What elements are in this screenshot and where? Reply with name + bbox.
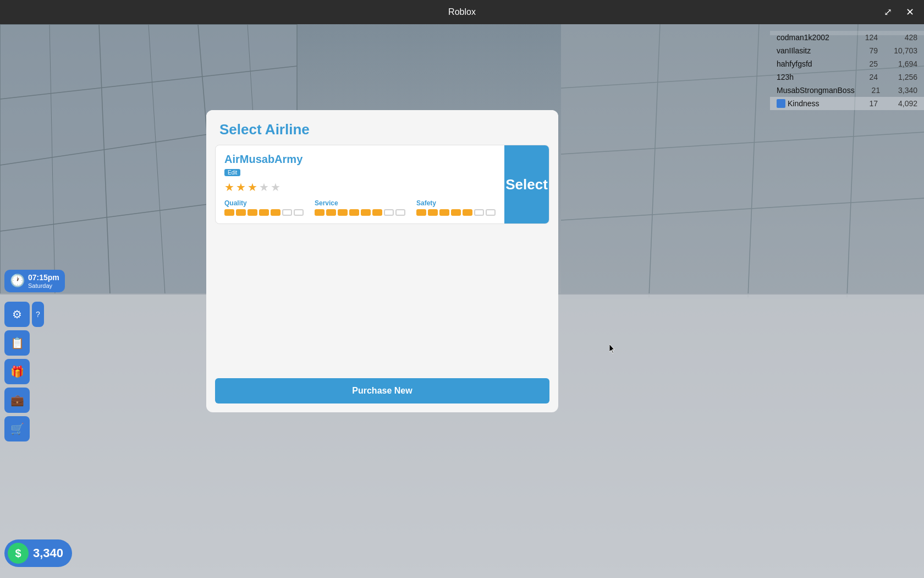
airline-info: AirMusabArmy Edit ★ ★ ★ ★ ★ Quality: [216, 145, 504, 223]
clock-icon: 🕐: [10, 274, 25, 288]
select-airline-modal: Select Airline AirMusabArmy Edit ★ ★ ★ ★…: [206, 110, 558, 412]
player-score1: 24: [850, 73, 878, 81]
s-bar-4: [349, 209, 359, 216]
time-display: 07:15pm: [28, 273, 59, 282]
player-name: 123h: [777, 73, 850, 81]
time-info: 07:15pm Saturday: [28, 273, 59, 289]
briefcase-button[interactable]: 💼: [4, 388, 30, 413]
modal-title: Select Airline: [219, 121, 545, 138]
settings-help-row: ⚙ ?: [4, 302, 44, 327]
sf-bar-2: [428, 209, 438, 216]
settings-button[interactable]: ⚙: [4, 302, 30, 327]
player-score1: 124: [850, 33, 878, 42]
sf-bar-4: [451, 209, 461, 216]
star-2: ★: [236, 181, 246, 194]
star-3: ★: [248, 181, 257, 194]
airline-card: AirMusabArmy Edit ★ ★ ★ ★ ★ Quality: [215, 145, 549, 224]
player-name: hahfyfgsfd: [777, 59, 850, 68]
purchase-new-button[interactable]: Purchase New: [215, 378, 549, 403]
leaderboard-row-highlighted: Kindness 17 4,092: [770, 97, 924, 110]
quality-bars: [224, 209, 304, 216]
q-bar-2: [236, 209, 246, 216]
currency-display: $ 3,340: [4, 539, 72, 567]
leaderboard-row: hahfyfgsfd 25 1,694: [770, 57, 924, 70]
player-score2: 10,703: [884, 46, 917, 55]
s-bar-7: [384, 209, 394, 216]
sf-bar-7: [486, 209, 496, 216]
player-score2: 4,092: [884, 99, 917, 108]
player-name: MusabStrongmanBoss: [777, 86, 855, 95]
clipboard-button[interactable]: 📋: [4, 330, 30, 356]
s-bar-5: [361, 209, 371, 216]
quality-label: Quality: [224, 199, 304, 207]
q-bar-3: [248, 209, 257, 216]
player-score1: 21: [855, 86, 881, 95]
dollar-icon: $: [8, 543, 29, 564]
q-bar-1: [224, 209, 234, 216]
q-bar-4: [259, 209, 269, 216]
star-4: ★: [259, 181, 269, 194]
sf-bar-1: [416, 209, 426, 216]
star-1: ★: [224, 181, 234, 194]
player-score1: 25: [850, 59, 878, 68]
player-score1: 17: [850, 99, 878, 108]
player-badge-icon: [777, 99, 785, 108]
close-button[interactable]: ✕: [901, 3, 919, 21]
help-button[interactable]: ?: [32, 302, 44, 327]
currency-amount: 3,340: [33, 546, 63, 560]
q-bar-7: [294, 209, 304, 216]
safety-bars: [416, 209, 496, 216]
sf-bar-6: [474, 209, 484, 216]
top-bar: Roblox ⤢ ✕: [0, 0, 924, 24]
modal-header: Select Airline: [206, 110, 558, 145]
sidebar-icons: ⚙ ? 📋 🎁 💼 🛒: [4, 302, 44, 441]
player-score2: 1,256: [884, 73, 917, 81]
sf-bar-5: [463, 209, 472, 216]
top-bar-controls: ⤢ ✕: [879, 3, 919, 21]
star-5: ★: [271, 181, 280, 194]
leaderboard-row: MusabStrongmanBoss 21 3,340: [770, 84, 924, 97]
player-name: codman1k2002: [777, 33, 850, 42]
player-score2: 3,340: [887, 86, 917, 95]
select-button[interactable]: Select: [504, 145, 549, 223]
day-display: Saturday: [28, 282, 59, 289]
player-name: Kindness: [788, 99, 850, 108]
s-bar-2: [326, 209, 336, 216]
time-widget: 🕐 07:15pm Saturday: [4, 270, 65, 292]
window-title: Roblox: [448, 7, 476, 17]
leaderboard-row: vanIIlasitz 79 10,703: [770, 44, 924, 57]
gift-button[interactable]: 🎁: [4, 359, 30, 384]
player-score1: 79: [850, 46, 878, 55]
stats-row: Quality Service: [224, 199, 496, 216]
player-score2: 428: [884, 33, 917, 42]
s-bar-8: [395, 209, 405, 216]
q-bar-5: [271, 209, 280, 216]
safety-stat: Safety: [416, 199, 496, 216]
service-bars: [315, 209, 405, 216]
cart-button[interactable]: 🛒: [4, 416, 30, 441]
player-score2: 1,694: [884, 59, 917, 68]
sf-bar-3: [439, 209, 449, 216]
s-bar-1: [315, 209, 324, 216]
s-bar-3: [338, 209, 348, 216]
edit-badge[interactable]: Edit: [224, 169, 240, 176]
leaderboard-row: 123h 24 1,256: [770, 70, 924, 84]
star-rating: ★ ★ ★ ★ ★: [224, 181, 496, 194]
service-label: Service: [315, 199, 405, 207]
modal-body: [206, 224, 558, 378]
airline-name: AirMusabArmy: [224, 153, 496, 166]
q-bar-6: [282, 209, 292, 216]
restore-button[interactable]: ⤢: [879, 3, 897, 21]
service-stat: Service: [315, 199, 405, 216]
player-name: vanIIlasitz: [777, 46, 850, 55]
leaderboard-row: codman1k2002 124 428: [770, 31, 924, 44]
safety-label: Safety: [416, 199, 496, 207]
leaderboard: codman1k2002 124 428 vanIIlasitz 79 10,7…: [770, 31, 924, 110]
s-bar-6: [372, 209, 382, 216]
quality-stat: Quality: [224, 199, 304, 216]
